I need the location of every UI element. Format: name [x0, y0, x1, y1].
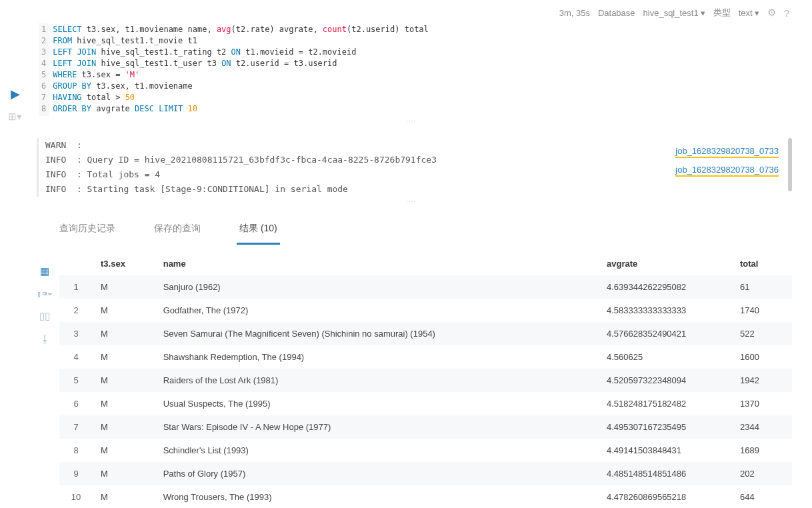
tab-saved[interactable]: 保存的查询 — [151, 217, 203, 245]
cell-name: Raiders of the Lost Ark (1981) — [155, 369, 599, 392]
sql-editor[interactable]: 12345678 SELECT t3.sex, t1.moviename nam… — [37, 23, 792, 116]
cell-n: 10 — [59, 485, 93, 508]
cell-avg: 4.520597322348094 — [599, 369, 732, 392]
table-row[interactable]: 9MPaths of Glory (1957)4.485148514851486… — [59, 462, 792, 485]
db-dropdown[interactable]: hive_sql_test1 ▾ — [643, 8, 705, 18]
col-index[interactable] — [59, 252, 93, 275]
results-table: t3.sex name avgrate total 1MSanjuro (196… — [59, 252, 792, 508]
type-label: 类型 — [713, 7, 731, 19]
cell-name: Usual Suspects, The (1995) — [155, 392, 599, 415]
cell-sex: M — [93, 369, 155, 392]
cell-sex: M — [93, 415, 155, 439]
chevron-down-icon: ▾ — [755, 8, 759, 18]
cell-sex: M — [93, 485, 155, 508]
cell-name: Star Wars: Episode IV - A New Hope (1977… — [155, 415, 599, 439]
cell-total: 1689 — [732, 439, 792, 462]
cell-avg: 4.495307167235495 — [599, 415, 732, 439]
table-row[interactable]: 4MShawshank Redemption, The (1994)4.5606… — [59, 345, 792, 369]
tab-results[interactable]: 结果 (10) — [237, 217, 280, 245]
table-row[interactable]: 3MSeven Samurai (The Magnificent Seven) … — [59, 322, 792, 345]
grid-icon[interactable]: ▦ — [40, 265, 49, 277]
cell-total: 1942 — [732, 369, 792, 392]
cell-total: 202 — [732, 462, 792, 485]
drag-handle[interactable]: ∙∙∙∙ — [30, 198, 792, 205]
type-dropdown[interactable]: text ▾ — [739, 8, 759, 18]
map-icon[interactable]: ⊞▾ — [8, 111, 22, 123]
chevron-down-icon: ▾ — [701, 8, 705, 18]
cell-avg: 4.583333333333333 — [599, 299, 732, 322]
cell-sex: M — [93, 299, 155, 322]
cell-total: 522 — [732, 322, 792, 345]
cell-n: 2 — [59, 299, 93, 322]
cell-avg: 4.576628352490421 — [599, 322, 732, 345]
cell-n: 8 — [59, 439, 93, 462]
table-row[interactable]: 5MRaiders of the Lost Ark (1981)4.520597… — [59, 369, 792, 392]
chart-icon[interactable]: ⫾◪▾ — [37, 288, 53, 299]
table-row[interactable]: 8MSchindler's List (1993)4.4914150384843… — [59, 439, 792, 462]
cell-n: 5 — [59, 369, 93, 392]
table-header-row: t3.sex name avgrate total — [59, 252, 792, 275]
cell-total: 1600 — [732, 345, 792, 369]
table-row[interactable]: 10MWrong Trousers, The (1993)4.478260869… — [59, 485, 792, 508]
columns-icon[interactable]: ▯▯ — [39, 310, 50, 322]
cell-name: Wrong Trousers, The (1993) — [155, 485, 599, 508]
result-tabs: 查询历史记录 保存的查询 结果 (10) — [57, 217, 792, 245]
cell-sex: M — [93, 392, 155, 415]
cell-avg: 4.518248175182482 — [599, 392, 732, 415]
cell-n: 4 — [59, 345, 93, 369]
col-name[interactable]: name — [155, 252, 599, 275]
elapsed-time: 3m, 35s — [559, 8, 590, 18]
col-avgrate[interactable]: avgrate — [599, 252, 732, 275]
help-icon[interactable]: ? — [784, 7, 789, 19]
cell-avg: 4.485148514851486 — [599, 462, 732, 485]
job-links: job_1628329820738_0733 job_1628329820738… — [675, 146, 779, 177]
job-link[interactable]: job_1628329820738_0736 — [675, 165, 779, 177]
cell-n: 6 — [59, 392, 93, 415]
col-total[interactable]: total — [732, 252, 792, 275]
tab-history[interactable]: 查询历史记录 — [57, 217, 118, 245]
job-link[interactable]: job_1628329820738_0733 — [675, 146, 779, 158]
scrollbar[interactable] — [788, 138, 792, 191]
cell-name: Schindler's List (1993) — [155, 439, 599, 462]
run-icon[interactable]: ▶ — [11, 87, 20, 101]
cell-avg: 4.560625 — [599, 345, 732, 369]
gear-icon[interactable]: ⚙ — [767, 7, 776, 19]
table-row[interactable]: 6MUsual Suspects, The (1995)4.5182481751… — [59, 392, 792, 415]
cell-sex: M — [93, 345, 155, 369]
cell-avg: 4.639344262295082 — [599, 275, 732, 299]
line-numbers: 12345678 — [39, 23, 49, 116]
log-panel: WARN : INFO : Query ID = hive_2021080811… — [37, 138, 792, 197]
cell-total: 1370 — [732, 392, 792, 415]
sql-code[interactable]: SELECT t3.sex, t1.moviename name, avg(t2… — [49, 23, 792, 116]
cell-n: 7 — [59, 415, 93, 439]
cell-n: 1 — [59, 275, 93, 299]
db-label: Database — [598, 8, 635, 18]
cell-sex: M — [93, 322, 155, 345]
cell-total: 1740 — [732, 299, 792, 322]
log-output: WARN : INFO : Query ID = hive_2021080811… — [45, 138, 783, 197]
cell-sex: M — [93, 462, 155, 485]
cell-avg: 4.49141503848431 — [599, 439, 732, 462]
cell-name: Paths of Glory (1957) — [155, 462, 599, 485]
download-icon[interactable]: ⭳ — [40, 333, 50, 344]
cell-name: Sanjuro (1962) — [155, 275, 599, 299]
cell-name: Seven Samurai (The Magnificent Seven) (S… — [155, 322, 599, 345]
table-row[interactable]: 1MSanjuro (1962)4.63934426229508261 — [59, 275, 792, 299]
cell-n: 9 — [59, 462, 93, 485]
results-sidebar: ▦ ⫾◪▾ ▯▯ ⭳ — [30, 252, 59, 508]
cell-total: 644 — [732, 485, 792, 508]
cell-name: Shawshank Redemption, The (1994) — [155, 345, 599, 369]
topbar: 3m, 35s Database hive_sql_test1 ▾ 类型 tex… — [30, 7, 792, 19]
cell-total: 61 — [732, 275, 792, 299]
table-row[interactable]: 2MGodfather, The (1972)4.583333333333333… — [59, 299, 792, 322]
drag-handle[interactable]: ∙∙∙∙ — [30, 117, 792, 125]
table-row[interactable]: 7MStar Wars: Episode IV - A New Hope (19… — [59, 415, 792, 439]
col-sex[interactable]: t3.sex — [93, 252, 155, 275]
cell-sex: M — [93, 275, 155, 299]
cell-n: 3 — [59, 322, 93, 345]
cell-name: Godfather, The (1972) — [155, 299, 599, 322]
cell-total: 2344 — [732, 415, 792, 439]
cell-avg: 4.478260869565218 — [599, 485, 732, 508]
cell-sex: M — [93, 439, 155, 462]
